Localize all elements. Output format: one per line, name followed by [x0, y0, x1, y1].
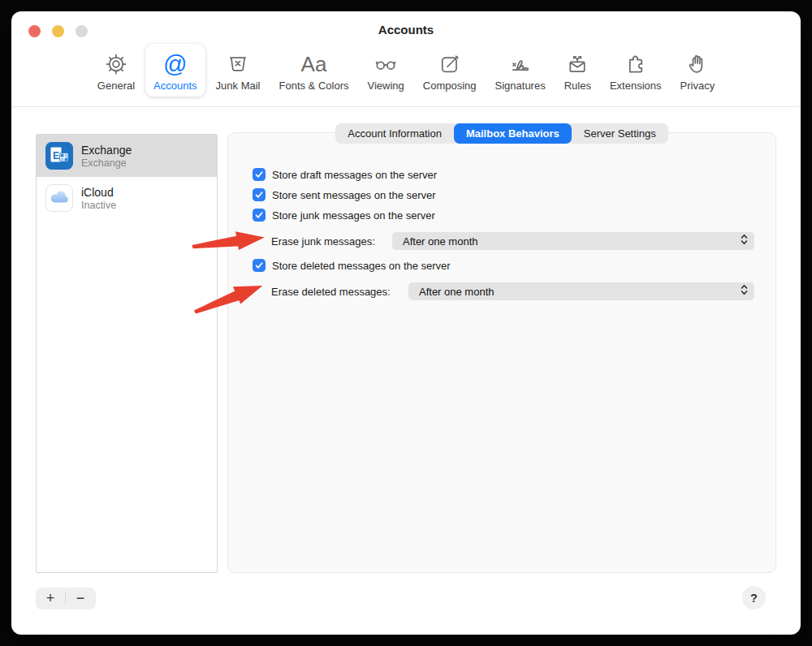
- chevron-up-down-icon: [741, 284, 748, 299]
- add-remove-control: + −: [36, 588, 96, 609]
- toolbar-divider: [11, 106, 801, 107]
- svg-text:E: E: [53, 150, 59, 162]
- toolbar-item-rules[interactable]: Rules: [556, 44, 599, 97]
- compose-icon: [438, 50, 462, 79]
- minimize-button[interactable]: [52, 25, 64, 37]
- icloud-icon: [45, 184, 73, 212]
- store-deleted-row: Store deleted messages on the server: [253, 259, 451, 272]
- junk-basket-icon: [226, 50, 250, 79]
- toolbar-item-junk-mail[interactable]: Junk Mail: [208, 44, 269, 97]
- gear-icon: [104, 50, 128, 79]
- mailbox-behaviors-panel: Store draft messages on the server Store…: [227, 132, 776, 573]
- toolbar-item-composing[interactable]: Composing: [415, 44, 485, 97]
- at-icon: @: [163, 50, 187, 79]
- store-junk-checkbox[interactable]: [253, 209, 266, 222]
- store-sent-checkbox[interactable]: [253, 188, 266, 201]
- dropdown-value: After one month: [419, 286, 741, 298]
- account-detail: Inactive: [81, 200, 116, 211]
- toolbar-item-label: Composing: [423, 80, 477, 92]
- tab-bar-wrap: Account Information Mailbox Behaviors Se…: [227, 123, 776, 144]
- traffic-lights: [28, 25, 88, 37]
- glasses-icon: [374, 50, 398, 79]
- toolbar-item-label: Rules: [564, 80, 591, 92]
- window-title: Accounts: [378, 23, 434, 37]
- toolbar-item-label: Privacy: [680, 80, 715, 92]
- toolbar-item-label: Junk Mail: [216, 80, 261, 92]
- erase-deleted-dropdown[interactable]: After one month: [408, 282, 754, 300]
- puzzle-icon: [624, 50, 648, 79]
- remove-account-button[interactable]: −: [66, 588, 95, 609]
- checkbox-label: Store deleted messages on the server: [272, 260, 451, 272]
- toolbar-item-label: General: [97, 80, 135, 92]
- chevron-up-down-icon: [741, 234, 748, 248]
- exchange-icon: E: [45, 142, 73, 170]
- account-detail: Exchange: [81, 157, 132, 169]
- toolbar-item-privacy[interactable]: Privacy: [672, 44, 723, 97]
- dropdown-value: After one month: [403, 235, 741, 248]
- toolbar-item-extensions[interactable]: Extensions: [602, 44, 670, 97]
- erase-junk-label: Erase junk messages:: [271, 235, 375, 248]
- toolbar-item-viewing[interactable]: Viewing: [359, 44, 412, 97]
- account-row-icloud[interactable]: iCloud Inactive: [37, 177, 217, 219]
- fonts-icon: Aa: [301, 50, 327, 79]
- toolbar-item-label: Viewing: [367, 80, 404, 92]
- store-drafts-checkbox[interactable]: [253, 168, 266, 181]
- close-button[interactable]: [28, 25, 41, 37]
- store-deleted-checkbox[interactable]: [253, 259, 266, 272]
- account-name: Exchange: [81, 144, 132, 157]
- toolbar-item-label: Signatures: [495, 80, 546, 92]
- store-junk-row: Store junk messages on the server: [253, 209, 435, 222]
- zoom-button[interactable]: [76, 25, 88, 37]
- toolbar-item-label: Accounts: [153, 80, 197, 92]
- signature-icon: [508, 50, 533, 79]
- accounts-list: E Exchange Exchange: [36, 134, 218, 573]
- store-sent-row: Store sent messages on the server: [253, 188, 436, 201]
- preferences-window: Accounts General @ Accounts Junk: [11, 11, 801, 635]
- title-bar: Accounts: [11, 11, 801, 47]
- envelope-arrows-icon: [565, 50, 590, 79]
- add-account-button[interactable]: +: [36, 588, 65, 609]
- hand-icon: [685, 50, 710, 79]
- erase-deleted-label: Erase deleted messages:: [271, 286, 391, 298]
- account-row-exchange[interactable]: E Exchange Exchange: [37, 135, 217, 177]
- tab-account-information[interactable]: Account Information: [335, 123, 454, 144]
- preferences-toolbar: General @ Accounts Junk Mail Aa Fonts & …: [11, 44, 801, 97]
- erase-junk-dropdown[interactable]: After one month: [392, 232, 754, 250]
- checkbox-label: Store junk messages on the server: [272, 209, 435, 222]
- tab-server-settings[interactable]: Server Settings: [572, 123, 668, 144]
- help-button[interactable]: ?: [743, 587, 765, 609]
- account-name: iCloud: [81, 186, 116, 199]
- store-drafts-row: Store draft messages on the server: [253, 168, 437, 181]
- toolbar-item-signatures[interactable]: Signatures: [487, 44, 554, 97]
- checkbox-label: Store sent messages on the server: [272, 189, 436, 201]
- toolbar-item-accounts[interactable]: @ Accounts: [145, 44, 205, 97]
- tab-mailbox-behaviors[interactable]: Mailbox Behaviors: [454, 123, 572, 144]
- toolbar-item-label: Fonts & Colors: [279, 80, 348, 92]
- toolbar-item-label: Extensions: [610, 80, 662, 92]
- tab-bar: Account Information Mailbox Behaviors Se…: [335, 123, 667, 144]
- toolbar-item-general[interactable]: General: [89, 44, 143, 97]
- toolbar-item-fonts-colors[interactable]: Aa Fonts & Colors: [270, 44, 356, 97]
- checkbox-label: Store draft messages on the server: [272, 169, 437, 181]
